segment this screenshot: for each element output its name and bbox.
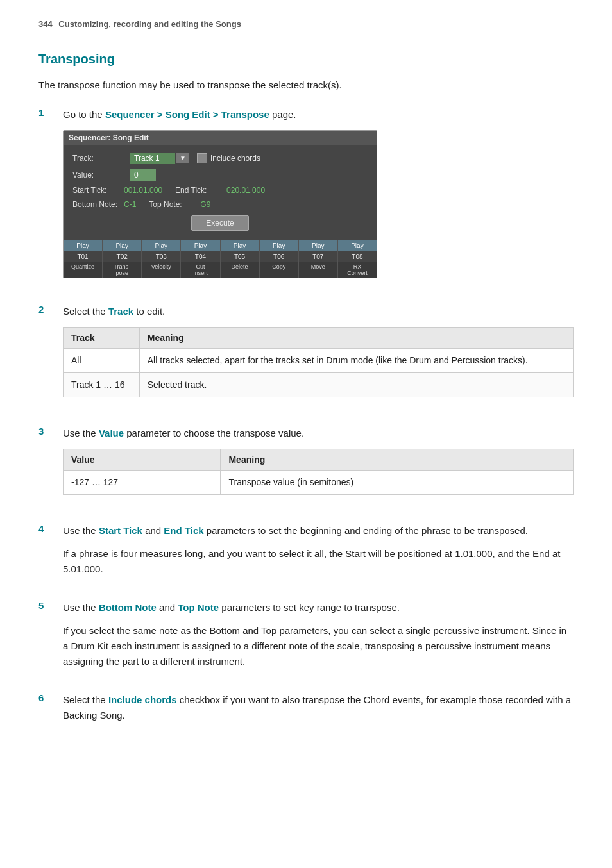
step-6-highlight-chords: Include chords: [108, 694, 177, 705]
seq-bottom-note-label: Bottom Note:: [72, 200, 124, 209]
step-2-highlight-track: Track: [108, 306, 133, 317]
seq-note-row: Bottom Note: C-1 Top Note: G9: [72, 200, 368, 209]
seq-tracks-bar: Play T01 Quantize Play T02 Trans-pose Pl…: [64, 240, 377, 278]
step-2-content: Select the Track to edit. Track Meaning …: [63, 304, 574, 412]
sequencer-screenshot: Sequencer: Song Edit Track: Track 1 ▼ In…: [63, 130, 377, 278]
seq-bottom-note-val: C-1: [124, 200, 136, 209]
page-header: 344 Customizing, recording and editing t…: [38, 19, 574, 34]
step-1-text: Go to the Sequencer > Song Edit > Transp…: [63, 107, 574, 122]
seq-track-name-T07: T07: [299, 252, 337, 262]
seq-execute-button[interactable]: Execute: [191, 215, 248, 231]
seq-start-tick-val: 001.01.000: [124, 186, 162, 195]
intro-text: The transpose function may be used to tr…: [38, 78, 574, 93]
seq-track-name-T06: T06: [260, 252, 298, 262]
track-table-cell-track: All: [64, 348, 140, 372]
seq-track-label: Track:: [72, 154, 130, 163]
track-table-cell-meaning: All tracks selected, apart for the track…: [139, 348, 573, 372]
seq-value-label: Value:: [72, 171, 130, 179]
step-1-content: Go to the Sequencer > Song Edit > Transp…: [63, 107, 574, 290]
seq-track-name-T04: T04: [181, 252, 219, 262]
seq-track-name-T08: T08: [338, 252, 377, 262]
step-5-content: Use the Bottom Note and Top Note paramet…: [63, 600, 574, 678]
seq-track-T06: Play T06 Copy: [260, 240, 299, 278]
seq-include-chords[interactable]: Include chords: [197, 153, 260, 163]
seq-play-T02[interactable]: Play: [103, 240, 141, 252]
step-5: 5 Use the Bottom Note and Top Note param…: [38, 600, 574, 678]
track-table-row: Track 1 … 16Selected track.: [64, 372, 574, 397]
seq-play-T01[interactable]: Play: [64, 240, 102, 252]
step-5-number: 5: [38, 600, 63, 611]
seq-play-T04[interactable]: Play: [181, 240, 219, 252]
seq-start-tick-section: Start Tick: 001.01.000: [72, 186, 162, 195]
track-table: Track Meaning AllAll tracks selected, ap…: [63, 327, 574, 397]
seq-track-T08: Play T08 RXConvert: [338, 240, 377, 278]
seq-track-T07: Play T07 Move: [299, 240, 338, 278]
seq-bottom-note-section: Bottom Note: C-1: [72, 200, 136, 209]
seq-top-note-section: Top Note: G9: [149, 200, 210, 209]
seq-execute-row: Execute: [72, 215, 368, 231]
seq-end-tick-val: 020.01.000: [226, 186, 265, 195]
step-3-content: Use the Value parameter to choose the tr…: [63, 426, 574, 509]
seq-body: Track: Track 1 ▼ Include chords Value: 0: [64, 145, 377, 240]
track-table-row: AllAll tracks selected, apart for the tr…: [64, 348, 574, 372]
seq-track-dropdown[interactable]: ▼: [176, 153, 189, 163]
step-4-number: 4: [38, 523, 63, 534]
seq-track-value[interactable]: Track 1: [130, 153, 175, 164]
step-3: 3 Use the Value parameter to choose the …: [38, 426, 574, 509]
seq-end-tick-section: End Tick: 020.01.000: [175, 186, 265, 195]
seq-func-velocity[interactable]: Velocity: [142, 262, 180, 271]
seq-func-delete[interactable]: Delete: [221, 262, 259, 271]
seq-func-cut-insert[interactable]: CutInsert: [181, 262, 219, 278]
step-3-text: Use the Value parameter to choose the tr…: [63, 426, 574, 441]
seq-track-name-T03: T03: [142, 252, 180, 262]
seq-tick-row: Start Tick: 001.01.000 End Tick: 020.01.…: [72, 186, 368, 195]
seq-track-T02: Play T02 Trans-pose: [103, 240, 142, 278]
value-table-header-col2: Meaning: [221, 449, 574, 470]
step-1-number: 1: [38, 107, 63, 118]
step-4-extra-para: If a phrase is four measures long, and y…: [63, 546, 574, 577]
track-table-cell-meaning: Selected track.: [139, 372, 573, 397]
seq-func-move[interactable]: Move: [299, 262, 337, 271]
seq-play-T07[interactable]: Play: [299, 240, 337, 252]
step-4-content: Use the Start Tick and End Tick paramete…: [63, 523, 574, 586]
step-2-text: Select the Track to edit.: [63, 304, 574, 319]
seq-value-row: Value: 0: [72, 169, 368, 181]
track-table-cell-track: Track 1 … 16: [64, 372, 140, 397]
seq-value-input[interactable]: 0: [130, 169, 156, 181]
value-table-cell-meaning: Transpose value (in semitones): [221, 470, 574, 494]
seq-play-T05[interactable]: Play: [221, 240, 259, 252]
step-5-highlight-bottom: Bottom Note: [99, 602, 157, 613]
seq-top-note-label: Top Note:: [149, 200, 200, 209]
seq-track-name-T01: T01: [64, 252, 102, 262]
seq-func-quantize[interactable]: Quantize: [64, 262, 102, 271]
step-5-highlight-top: Top Note: [178, 602, 219, 613]
step-6-number: 6: [38, 692, 63, 703]
step-4: 4 Use the Start Tick and End Tick parame…: [38, 523, 574, 586]
seq-track-control: Track 1 ▼: [130, 153, 189, 164]
seq-play-T08[interactable]: Play: [338, 240, 377, 252]
track-table-header-col1: Track: [64, 327, 140, 348]
track-table-header-col2: Meaning: [139, 327, 573, 348]
seq-track-name-T05: T05: [221, 252, 259, 262]
seq-func-rx-convert[interactable]: RXConvert: [338, 262, 377, 278]
step-2: 2 Select the Track to edit. Track Meanin…: [38, 304, 574, 412]
seq-track-T01: Play T01 Quantize: [64, 240, 103, 278]
seq-play-T03[interactable]: Play: [142, 240, 180, 252]
seq-end-tick-label: End Tick:: [175, 186, 226, 195]
seq-track-T05: Play T05 Delete: [221, 240, 260, 278]
page-number: 344: [38, 19, 53, 29]
step-6-content: Select the Include chords checkbox if yo…: [63, 692, 574, 731]
seq-func-transpose[interactable]: Trans-pose: [103, 262, 141, 278]
seq-track-T04: Play T04 CutInsert: [181, 240, 220, 278]
step-4-text: Use the Start Tick and End Tick paramete…: [63, 523, 574, 538]
step-4-highlight-start: Start Tick: [99, 525, 142, 536]
step-5-text: Use the Bottom Note and Top Note paramet…: [63, 600, 574, 615]
seq-play-T06[interactable]: Play: [260, 240, 298, 252]
seq-start-tick-label: Start Tick:: [72, 186, 124, 195]
seq-track-T03: Play T03 Velocity: [142, 240, 181, 278]
seq-include-chords-label: Include chords: [210, 154, 260, 163]
seq-include-chords-checkbox[interactable]: [197, 153, 207, 163]
seq-func-copy[interactable]: Copy: [260, 262, 298, 271]
value-table: Value Meaning -127 … 127Transpose value …: [63, 449, 574, 495]
value-table-cell-value: -127 … 127: [64, 470, 221, 494]
